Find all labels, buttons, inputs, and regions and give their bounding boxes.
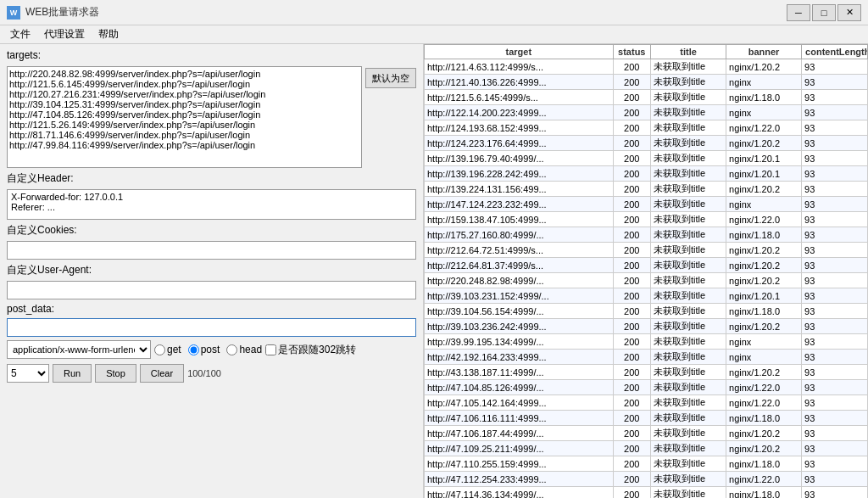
cell-target: http://47.110.255.159:4999... bbox=[425, 456, 614, 472]
cell-contentLength: 93 bbox=[802, 258, 868, 273]
cell-banner: nginx/1.20.2 bbox=[726, 426, 802, 441]
cell-banner: nginx/1.22.0 bbox=[726, 212, 802, 227]
cell-banner: nginx bbox=[726, 197, 802, 212]
cell-title: 未获取到title bbox=[651, 426, 726, 441]
cell-title: 未获取到title bbox=[651, 151, 726, 166]
menu-proxy[interactable]: 代理设置 bbox=[37, 25, 92, 43]
cell-contentLength: 93 bbox=[802, 75, 868, 90]
cell-status: 200 bbox=[613, 319, 651, 334]
cell-title: 未获取到title bbox=[651, 441, 726, 456]
app-icon: W bbox=[7, 6, 20, 20]
run-button[interactable]: Run bbox=[53, 364, 92, 383]
radio-post[interactable] bbox=[188, 344, 199, 355]
cell-title: 未获取到title bbox=[651, 75, 726, 90]
cell-status: 200 bbox=[613, 166, 651, 182]
cell-contentLength: 93 bbox=[802, 182, 868, 197]
cell-title: 未获取到title bbox=[651, 350, 726, 365]
cell-status: 200 bbox=[613, 90, 651, 105]
cell-banner: nginx/1.20.2 bbox=[726, 273, 802, 288]
custom-useragent-label: 自定义User-Agent: bbox=[7, 263, 416, 277]
clear-button[interactable]: Clear bbox=[140, 364, 184, 383]
table-row: http://159.138.47.105:4999...200未获取到titl… bbox=[425, 212, 868, 227]
post-data-input[interactable]: username=showdoc&password=123456&v_code= bbox=[7, 318, 416, 337]
cell-contentLength: 93 bbox=[802, 166, 868, 182]
menu-file[interactable]: 文件 bbox=[3, 25, 37, 43]
cell-banner: nginx/1.20.2 bbox=[726, 243, 802, 258]
table-row: http://47.105.142.164:4999...200未获取到titl… bbox=[425, 395, 868, 411]
cell-banner: nginx/1.20.2 bbox=[726, 319, 802, 334]
cell-banner: nginx/1.20.1 bbox=[726, 288, 802, 304]
cell-target: http://122.14.200.223:4999... bbox=[425, 105, 614, 120]
cell-target: http://39.103.236.242:4999... bbox=[425, 319, 614, 334]
title-bar: W WEB批量请求器 ─ □ ✕ bbox=[0, 0, 868, 25]
custom-useragent-input[interactable]: Mozilla/5.0 (Windows NT 10.0; Win64; x64… bbox=[7, 281, 416, 299]
cell-status: 200 bbox=[613, 273, 651, 288]
results-table-container[interactable]: target status title banner contentLength… bbox=[424, 44, 868, 498]
thread-count-select[interactable]: 5 10 20 bbox=[7, 364, 49, 383]
cell-banner: nginx/1.18.0 bbox=[726, 90, 802, 105]
content-type-select[interactable]: application/x-www-form-urlencoded bbox=[7, 340, 151, 359]
radio-post-label[interactable]: post bbox=[188, 344, 220, 355]
cell-banner: nginx bbox=[726, 75, 802, 90]
table-row: http://47.106.116.111:4999...200未获取到titl… bbox=[425, 411, 868, 426]
custom-header-input[interactable]: X-Forwarded-for: 127.0.0.1 Referer: ... bbox=[7, 189, 416, 220]
cell-target: http://139.196.228.242:499... bbox=[425, 166, 614, 182]
custom-cookies-input[interactable]: SESSION=A202106084F2... bbox=[7, 241, 416, 260]
table-row: http://47.109.25.211:4999/...200未获取到titl… bbox=[425, 441, 868, 456]
cell-banner: nginx/1.22.0 bbox=[726, 120, 802, 136]
cell-title: 未获取到title bbox=[651, 380, 726, 395]
radio-get-label[interactable]: get bbox=[154, 344, 181, 355]
targets-textarea[interactable]: http://220.248.82.98:4999/server/index.p… bbox=[7, 66, 362, 168]
cell-contentLength: 93 bbox=[802, 90, 868, 105]
cell-contentLength: 93 bbox=[802, 334, 868, 350]
redirect-checkbox[interactable] bbox=[265, 344, 276, 355]
cell-contentLength: 93 bbox=[802, 472, 868, 487]
minimize-button[interactable]: ─ bbox=[787, 4, 810, 21]
cell-status: 200 bbox=[613, 75, 651, 90]
cell-status: 200 bbox=[613, 304, 651, 319]
table-row: http://39.103.236.242:4999...200未获取到titl… bbox=[425, 319, 868, 334]
cell-title: 未获取到title bbox=[651, 365, 726, 380]
cell-banner: nginx/1.20.2 bbox=[726, 136, 802, 151]
cell-status: 200 bbox=[613, 288, 651, 304]
cell-banner: nginx/1.20.2 bbox=[726, 59, 802, 75]
cell-target: http://124.193.68.152:4999... bbox=[425, 120, 614, 136]
cell-title: 未获取到title bbox=[651, 59, 726, 75]
table-row: http://39.103.231.152:4999/...200未获取到tit… bbox=[425, 288, 868, 304]
default-empty-button[interactable]: 默认为空 bbox=[365, 68, 416, 88]
cell-title: 未获取到title bbox=[651, 105, 726, 120]
title-bar-left: W WEB批量请求器 bbox=[7, 5, 99, 20]
cell-banner: nginx/1.20.1 bbox=[726, 151, 802, 166]
cell-target: http://47.104.85.126:4999/... bbox=[425, 380, 614, 395]
table-row: http://42.192.164.233:4999...200未获取到titl… bbox=[425, 350, 868, 365]
radio-head-label[interactable]: head bbox=[226, 344, 262, 355]
cell-status: 200 bbox=[613, 136, 651, 151]
close-button[interactable]: ✕ bbox=[837, 4, 861, 21]
cell-title: 未获取到title bbox=[651, 212, 726, 227]
cell-target: http://212.64.72.51:4999/s... bbox=[425, 243, 614, 258]
table-row: http://139.196.79.40:4999/...200未获取到titl… bbox=[425, 151, 868, 166]
cell-banner: nginx/1.18.0 bbox=[726, 487, 802, 499]
cell-contentLength: 93 bbox=[802, 456, 868, 472]
cell-status: 200 bbox=[613, 334, 651, 350]
cell-contentLength: 93 bbox=[802, 136, 868, 151]
cell-target: http://47.106.116.111:4999... bbox=[425, 411, 614, 426]
cell-title: 未获取到title bbox=[651, 273, 726, 288]
cell-banner: nginx/1.20.1 bbox=[726, 166, 802, 182]
table-row: http://124.223.176.64:4999...200未获取到titl… bbox=[425, 136, 868, 151]
maximize-button[interactable]: □ bbox=[812, 4, 836, 21]
table-row: http://220.248.82.98:4999/...200未获取到titl… bbox=[425, 273, 868, 288]
table-row: http://121.5.6.145:4999/s...200未获取到title… bbox=[425, 90, 868, 105]
cell-banner: nginx/1.20.2 bbox=[726, 258, 802, 273]
cell-contentLength: 93 bbox=[802, 59, 868, 75]
cell-title: 未获取到title bbox=[651, 120, 726, 136]
cell-title: 未获取到title bbox=[651, 411, 726, 426]
stop-button[interactable]: Stop bbox=[95, 364, 136, 383]
redirect-checkbox-label[interactable]: 是否跟随302跳转 bbox=[265, 343, 356, 357]
menu-help[interactable]: 帮助 bbox=[92, 25, 125, 43]
radio-get[interactable] bbox=[154, 344, 165, 355]
method-radio-group: get post head bbox=[154, 344, 262, 355]
cell-status: 200 bbox=[613, 182, 651, 197]
cell-status: 200 bbox=[613, 59, 651, 75]
radio-head[interactable] bbox=[226, 344, 237, 355]
